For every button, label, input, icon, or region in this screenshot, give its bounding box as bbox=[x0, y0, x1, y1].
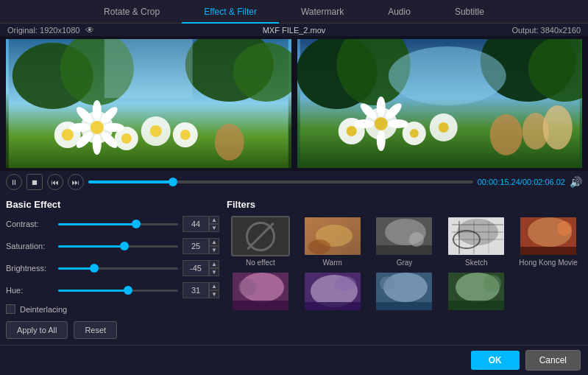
filter-thumb-row2-1 bbox=[231, 271, 290, 312]
hue-spinners: ▲ ▼ bbox=[209, 282, 219, 298]
tab-effect-filter[interactable]: Effect & Filter bbox=[182, 0, 279, 24]
prev-frame-btn[interactable]: ⏮ bbox=[47, 174, 63, 190]
svg-rect-72 bbox=[233, 301, 290, 312]
deinterlace-label: Deinterlacing bbox=[20, 305, 67, 314]
eye-icon[interactable]: 👁 bbox=[85, 25, 94, 35]
svg-point-44 bbox=[438, 122, 448, 133]
brightness-slider[interactable] bbox=[58, 262, 178, 274]
svg-point-14 bbox=[180, 130, 191, 140]
filter-thumb-row2-4 bbox=[447, 271, 506, 312]
right-panel: Filters No effect bbox=[227, 199, 582, 339]
ok-button[interactable]: OK bbox=[471, 351, 520, 370]
no-effect-line bbox=[247, 222, 274, 250]
filter-gray[interactable]: Gray bbox=[371, 216, 439, 267]
svg-point-15 bbox=[93, 100, 102, 121]
tab-rotate-crop[interactable]: Rotate & Crop bbox=[82, 0, 182, 24]
cancel-button[interactable]: Cancel bbox=[525, 350, 581, 371]
saturation-slider[interactable] bbox=[58, 240, 178, 252]
svg-point-77 bbox=[334, 276, 356, 291]
saturation-thumb[interactable] bbox=[120, 242, 129, 250]
progress-fill bbox=[88, 181, 173, 183]
svg-point-12 bbox=[150, 125, 162, 137]
tab-audio[interactable]: Audio bbox=[366, 0, 433, 24]
video-previews bbox=[0, 36, 588, 171]
contrast-thumb[interactable] bbox=[132, 220, 141, 228]
progress-thumb[interactable] bbox=[169, 178, 177, 186]
next-frame-btn[interactable]: ⏭ bbox=[68, 174, 84, 190]
svg-point-34 bbox=[374, 117, 387, 130]
svg-point-16 bbox=[93, 134, 102, 155]
hue-thumb[interactable] bbox=[124, 286, 132, 295]
filters-title: Filters bbox=[227, 199, 582, 210]
left-panel: Basic Effect Contrast: 44 ▲ ▼ bbox=[6, 199, 219, 339]
play-pause-btn[interactable]: ⏸ bbox=[6, 174, 22, 190]
original-label: Original: 1920x1080 bbox=[0, 26, 79, 35]
hue-spin-down[interactable]: ▼ bbox=[209, 290, 219, 298]
svg-point-17 bbox=[70, 123, 91, 132]
main-content: Original: 1920x1080 👁 MXF FILE_2.mov Out… bbox=[0, 24, 588, 375]
deinterlace-checkbox[interactable] bbox=[6, 304, 15, 314]
action-buttons: Apply to All Reset bbox=[6, 321, 219, 339]
svg-rect-54 bbox=[376, 245, 433, 256]
volume-icon[interactable]: 🔊 bbox=[570, 176, 582, 188]
filter-thumb-no-effect bbox=[231, 216, 290, 256]
contrast-spin-up[interactable]: ▲ bbox=[209, 216, 219, 224]
filename-label: MXF FILE_2.mov bbox=[263, 26, 326, 35]
svg-point-69 bbox=[557, 221, 572, 236]
filter-thumb-hk bbox=[519, 216, 578, 256]
svg-point-47 bbox=[542, 105, 572, 150]
saturation-spin-down[interactable]: ▼ bbox=[209, 246, 219, 254]
svg-rect-84 bbox=[448, 301, 506, 312]
filter-thumb-row2-3 bbox=[375, 271, 433, 312]
contrast-slider[interactable] bbox=[58, 218, 178, 230]
svg-point-45 bbox=[489, 114, 522, 155]
filter-label-no-effect: No effect bbox=[246, 259, 275, 267]
contrast-value: 44 bbox=[183, 216, 209, 232]
filter-row2-2[interactable] bbox=[299, 271, 366, 314]
filter-sketch[interactable]: Sketch bbox=[442, 216, 510, 267]
contrast-value-box: 44 ▲ ▼ bbox=[183, 216, 219, 232]
reset-button[interactable]: Reset bbox=[74, 321, 117, 339]
hue-spin-up[interactable]: ▲ bbox=[209, 282, 219, 290]
saturation-spin-up[interactable]: ▲ bbox=[209, 238, 219, 246]
tab-subtitle[interactable]: Subtitle bbox=[433, 0, 506, 24]
filter-no-effect[interactable]: No effect bbox=[227, 216, 294, 267]
filter-row2-1[interactable] bbox=[227, 271, 294, 314]
progress-bar[interactable] bbox=[88, 181, 473, 183]
svg-point-37 bbox=[353, 119, 374, 128]
hue-value-box: 31 ▲ ▼ bbox=[183, 282, 219, 298]
brightness-thumb[interactable] bbox=[90, 264, 99, 273]
filter-label-sketch: Sketch bbox=[465, 259, 488, 267]
svg-point-85 bbox=[483, 275, 501, 292]
hue-slider[interactable] bbox=[58, 284, 178, 296]
tab-bar: Rotate & Crop Effect & Filter Watermark … bbox=[0, 0, 588, 24]
contrast-spin-down[interactable]: ▼ bbox=[209, 224, 219, 232]
saturation-value: 25 bbox=[183, 238, 209, 254]
filters-grid: No effect bbox=[227, 216, 582, 314]
filter-row2-4[interactable] bbox=[442, 271, 510, 314]
svg-point-35 bbox=[376, 97, 385, 117]
basic-effect-title: Basic Effect bbox=[6, 199, 219, 210]
svg-point-73 bbox=[238, 278, 256, 296]
right-preview bbox=[297, 39, 583, 168]
svg-point-42 bbox=[409, 129, 418, 138]
svg-rect-24 bbox=[105, 39, 193, 98]
brightness-fill bbox=[58, 267, 94, 270]
brightness-spin-up[interactable]: ▲ bbox=[209, 260, 219, 268]
filter-thumb-warm bbox=[303, 216, 362, 256]
stop-btn[interactable]: ⏹ bbox=[26, 174, 43, 190]
filter-hk[interactable]: Hong Kong Movie bbox=[514, 216, 582, 267]
filter-warm[interactable]: Warm bbox=[299, 216, 366, 267]
apply-all-button[interactable]: Apply to All bbox=[6, 321, 68, 339]
tab-watermark[interactable]: Watermark bbox=[279, 0, 366, 24]
output-label: Output: 3840x2160 bbox=[511, 26, 581, 35]
svg-point-30 bbox=[388, 46, 506, 105]
saturation-fill bbox=[58, 245, 124, 248]
brightness-spin-down[interactable]: ▼ bbox=[209, 268, 219, 276]
contrast-spinners: ▲ ▼ bbox=[209, 216, 219, 232]
filter-row2-3[interactable] bbox=[371, 271, 439, 314]
saturation-spinners: ▲ ▼ bbox=[209, 238, 219, 254]
saturation-label: Saturation: bbox=[6, 242, 54, 250]
svg-point-55 bbox=[409, 232, 424, 247]
contrast-fill bbox=[58, 223, 136, 225]
